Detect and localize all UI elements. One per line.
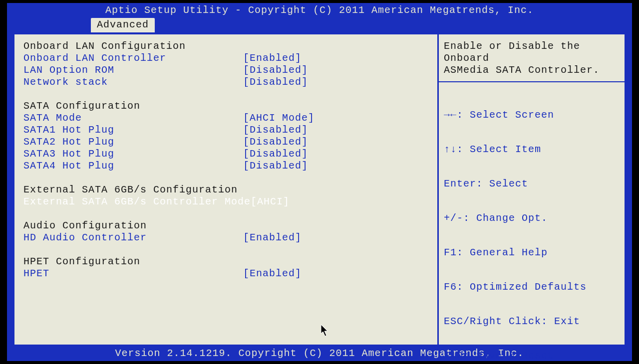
setting-label: SATA1 Hot Plug [23,124,243,136]
setting-sata3-hotplug[interactable]: SATA3 Hot Plug [Disabled] [23,148,433,160]
setting-label: HD Audio Controller [23,232,243,244]
legend-select-screen: →←: Select Screen [444,109,620,121]
bios-screen: Aptio Setup Utility - Copyright (C) 2011… [7,3,632,361]
legend-select-item: ↑↓: Select Item [444,144,620,155]
section-header-label: SATA Configuration [23,100,243,112]
legend-exit: ESC/Right Click: Exit [444,316,620,327]
help-text: Enable or Disable the Onboard ASMedia SA… [444,40,620,76]
tab-advanced[interactable]: Advanced [91,18,155,32]
blank-row [23,208,433,220]
setting-label: LAN Option ROM [23,64,243,76]
section-header-label: Onboard LAN Configuration [23,40,243,52]
setting-sata2-hotplug[interactable]: SATA2 Hot Plug [Disabled] [23,136,433,148]
setting-value: [AHCI] [251,196,290,208]
setting-value: [Disabled] [243,148,308,160]
setting-label: HPET [23,268,243,280]
section-header-label: HPET Configuration [23,256,243,268]
setting-label: Network stack [23,76,243,88]
section-header-label: Audio Configuration [23,220,243,232]
section-external-sata: External SATA 6GB/s Configuration [23,184,433,196]
setting-sata-mode[interactable]: SATA Mode [AHCI Mode] [23,112,433,124]
setting-value: [Enabled] [243,268,302,280]
legend-change-opt: +/-: Change Opt. [444,212,620,224]
help-pane: Enable or Disable the Onboard ASMedia SA… [439,34,625,345]
legend-save-reset: F10: Save & Reset [444,350,620,362]
help-divider [439,81,625,82]
setting-sata4-hotplug[interactable]: SATA4 Hot Plug [Disabled] [23,160,433,172]
legend-general-help: F1: General Help [444,247,620,258]
help-text-line: Enable or Disable the Onboard [444,40,620,64]
section-hpet: HPET Configuration [23,256,433,268]
setting-value: [Enabled] [243,52,302,64]
setting-hd-audio-controller[interactable]: HD Audio Controller [Enabled] [23,232,433,244]
setting-label: External SATA 6GB/s Controller Mode [23,196,251,208]
menu-tab-row: Advanced [7,18,632,33]
setting-value: [Enabled] [243,232,302,244]
blank-row [23,88,433,100]
setting-value: [Disabled] [243,136,308,148]
work-area: Onboard LAN Configuration Onboard LAN Co… [13,33,626,346]
setting-label: SATA Mode [23,112,243,124]
setting-network-stack[interactable]: Network stack [Disabled] [23,76,433,88]
setting-label: SATA3 Hot Plug [23,148,243,160]
key-legend: →←: Select Screen ↑↓: Select Item Enter:… [444,86,620,364]
section-header-label: External SATA 6GB/s Configuration [23,184,243,196]
setting-onboard-lan-controller[interactable]: Onboard LAN Controller [Enabled] [23,52,433,64]
setting-value: [Disabled] [243,124,308,136]
setting-value: [AHCI Mode] [243,112,315,124]
setting-label: SATA2 Hot Plug [23,136,243,148]
setting-value: [Disabled] [243,64,308,76]
setting-external-sata-controller-mode[interactable]: External SATA 6GB/s Controller Mode [AHC… [23,196,433,208]
section-sata: SATA Configuration [23,100,433,112]
blank-row [23,244,433,256]
legend-optimized: F6: Optimized Defaults [444,281,620,293]
setting-lan-option-rom[interactable]: LAN Option ROM [Disabled] [23,64,433,76]
setting-sata1-hotplug[interactable]: SATA1 Hot Plug [Disabled] [23,124,433,136]
legend-enter: Enter: Select [444,178,620,189]
setting-label: Onboard LAN Controller [23,52,243,64]
help-text-line: ASMedia SATA Controller. [444,64,620,76]
setting-value: [Disabled] [243,76,308,88]
setting-hpet[interactable]: HPET [Enabled] [23,268,433,280]
main-settings-pane: Onboard LAN Configuration Onboard LAN Co… [14,34,439,345]
section-onboard-lan: Onboard LAN Configuration [23,40,433,52]
blank-row [23,172,433,184]
title-bar: Aptio Setup Utility - Copyright (C) 2011… [7,3,632,18]
setting-value: [Disabled] [243,160,308,172]
section-audio: Audio Configuration [23,220,433,232]
setting-label: SATA4 Hot Plug [23,160,243,172]
